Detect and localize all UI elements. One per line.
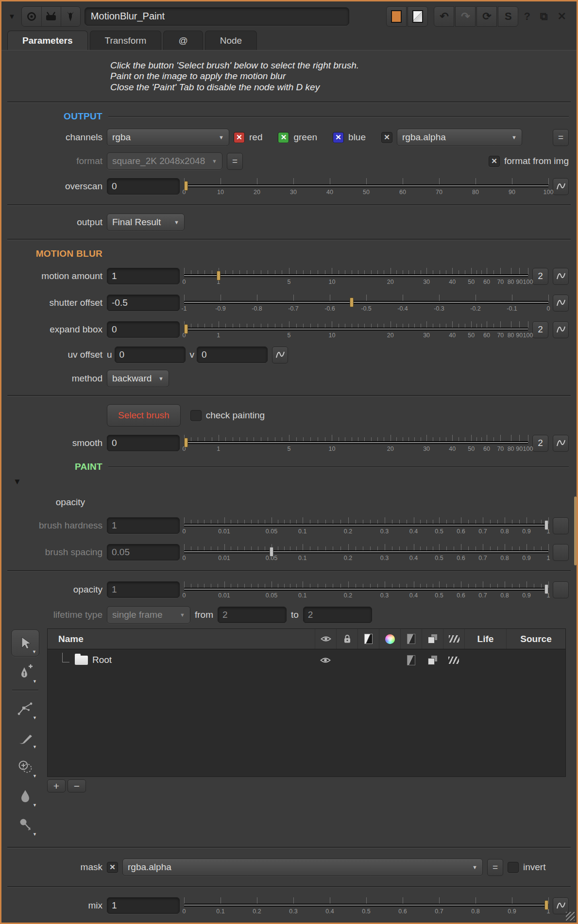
expand-bbox-slider[interactable]: 015102030405060708090100 [184,318,528,341]
expand-bbox-curve-button[interactable] [553,321,569,338]
visibility-cell[interactable] [315,649,336,671]
mask-channel-dropdown[interactable]: rgba.alpha▼ [122,858,483,876]
node-menu-arrow-icon[interactable]: ▼ [8,12,16,20]
method-dropdown[interactable]: backward▼ [107,370,169,387]
red-channel-checkbox[interactable]: ✕ [234,132,245,143]
mask-equals-button[interactable]: = [487,859,503,876]
output-dropdown[interactable]: Final Result▼ [107,214,185,231]
node-name-input[interactable] [85,7,349,26]
brush-hardness-input[interactable] [107,517,180,534]
add-layer-button[interactable]: + [47,779,66,792]
smooth-views-button[interactable]: 2 [532,435,548,452]
brush-spacing-curve-button[interactable] [553,544,569,561]
format-dropdown[interactable]: square_2K 2048x2048▼ [107,152,222,170]
tab-parameters[interactable]: Parameters [7,31,88,50]
wrench-button[interactable] [61,7,80,26]
slider-handle[interactable] [270,547,273,557]
slider-handle[interactable] [544,900,548,910]
pin-tool[interactable]: ▼ [11,811,39,839]
smooth-slider[interactable]: 015102030405060708090100 [184,431,528,455]
expand-bbox-views-button[interactable]: 2 [532,321,548,338]
collapse-triangle-icon[interactable]: ▼ [13,477,21,487]
v-label: v [190,349,195,360]
expand-bbox-input[interactable] [107,321,180,338]
smooth-curve-button[interactable] [553,435,569,452]
lifetime-from-input[interactable] [218,607,287,623]
undo-button[interactable]: ↶ [434,6,454,27]
slider-handle[interactable] [184,324,188,334]
monitor-button[interactable] [41,7,61,26]
v-offset-input[interactable] [197,346,268,363]
gl-color-button[interactable] [408,6,428,27]
format-equals-button[interactable]: = [227,153,243,170]
brush-tool[interactable]: ▼ [11,724,39,751]
tab-bar: ParametersTransform@Node [1,29,577,50]
u-offset-input[interactable] [115,346,186,363]
slider-handle[interactable] [217,271,221,280]
lifetime-type-dropdown[interactable]: single frame▼ [107,606,190,624]
motion-amount-input[interactable] [107,268,180,284]
slider-handle[interactable] [544,520,548,530]
scrollbar-thumb[interactable] [574,496,577,565]
layers-cell[interactable] [422,649,443,671]
brush-spacing-slider[interactable]: 00.010.050.10.20.30.40.50.60.70.80.91 [184,541,548,564]
slider-handle[interactable] [184,438,188,447]
alpha-channel-checkbox[interactable]: ✕ [381,132,392,143]
close-button[interactable]: ✕ [553,10,571,23]
motion-cell[interactable] [443,649,464,671]
motion-amount-curve-button[interactable] [553,268,569,285]
mix-input[interactable] [107,897,180,914]
check-painting-checkbox[interactable] [190,410,202,421]
overscan-slider[interactable]: 0102030405060708090100 [184,175,548,198]
brush-hardness-slider[interactable]: 00.010.050.10.20.30.40.50.60.70.80.91 [184,514,548,537]
brush-spacing-input[interactable] [107,544,180,561]
opacity-input[interactable] [107,581,180,598]
opacity-slider[interactable]: 00.010.050.10.20.30.40.50.60.70.80.91 [184,578,548,601]
redo-button[interactable]: ↷ [455,6,476,27]
format-from-img-checkbox[interactable]: ✕ [489,156,500,167]
shutter-offset-slider[interactable]: -1-0.9-0.8-0.7-0.6-0.5-0.4-0.3-0.2-0.10 [184,291,548,314]
lifetime-to-input[interactable] [303,607,372,623]
channels-dropdown[interactable]: rgba▼ [107,129,229,146]
node-color-button[interactable] [386,6,407,27]
select-tool[interactable]: ▼ [11,629,39,657]
alpha-channel-dropdown[interactable]: rgba.alpha▼ [397,129,522,146]
blur-tool[interactable]: ▼ [11,782,39,809]
motion-amount-slider[interactable]: 015102030405060708090100 [184,264,528,288]
slider-handle[interactable] [544,584,548,594]
overscan-curve-button[interactable] [553,178,569,195]
mask-channel-checkbox[interactable]: ✕ [107,862,118,873]
tab-transform[interactable]: Transform [90,31,162,50]
float-window-button[interactable]: ⧉ [536,10,552,23]
help-button[interactable]: ? [519,10,534,23]
resize-grip[interactable] [566,912,575,921]
slider-handle[interactable] [184,181,188,191]
shutter-offset-input[interactable] [107,295,180,311]
smooth-input[interactable] [107,435,180,451]
shutter-offset-curve-button[interactable] [553,295,569,312]
tab-node[interactable]: Node [205,31,257,50]
stroke-list-body[interactable]: Root [48,649,565,776]
matte-cell[interactable] [400,649,422,671]
edit-points-tool[interactable]: ▼ [11,695,39,722]
brush-hardness-curve-button[interactable] [553,517,569,534]
green-channel-checkbox[interactable]: ✕ [278,132,289,143]
opacity-curve-button[interactable] [553,581,569,598]
script-button[interactable]: S [498,6,518,27]
motion-amount-views-button[interactable]: 2 [532,268,548,285]
pen-add-tool[interactable]: ▼ [11,659,39,686]
overscan-input[interactable] [107,178,180,195]
mix-slider[interactable]: 00.10.20.30.40.50.60.70.80.91 [184,894,548,917]
tab--[interactable]: @ [163,31,203,50]
invert-checkbox[interactable] [508,862,519,873]
clone-tool[interactable]: ▼ [11,753,39,780]
remove-layer-button[interactable]: − [68,779,86,792]
blue-channel-checkbox[interactable]: ✕ [333,132,344,143]
center-node-button[interactable] [22,7,41,26]
select-brush-button[interactable]: Select brush [107,404,181,427]
stroke-row-root[interactable]: Root [48,649,565,671]
uv-offset-curve-button[interactable] [272,346,288,363]
revert-button[interactable]: ⟳ [476,6,497,27]
slider-handle[interactable] [350,297,354,307]
channels-equals-button[interactable]: = [553,129,569,146]
